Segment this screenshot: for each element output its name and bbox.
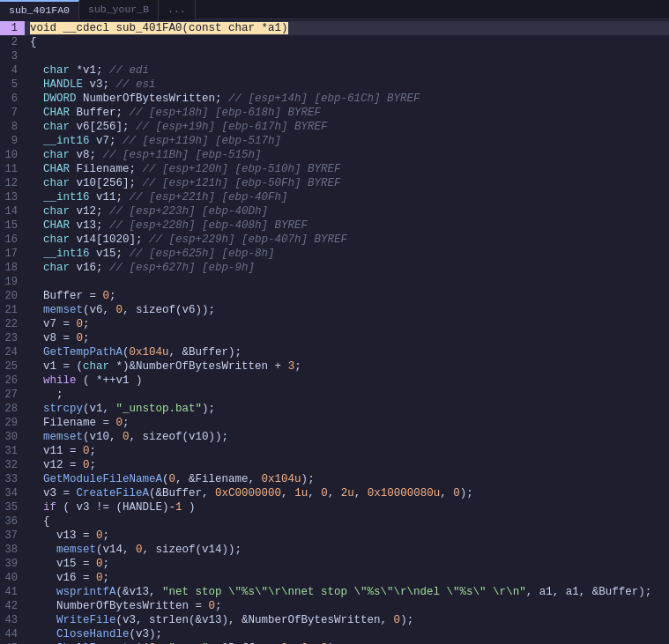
line-36: 36 { [0, 514, 669, 529]
line-number: 4 [0, 63, 25, 78]
code-area: 1void __cdecl sub_401FA0(const char *a1)… [0, 19, 669, 644]
tab-sub-your[interactable]: sub_your_B [79, 0, 159, 19]
line-7: 7 CHAR Buffer; // [esp+18h] [ebp-618h] B… [0, 106, 669, 120]
line-26: 26 while ( *++v1 ) [0, 374, 669, 388]
line-number: 27 [0, 388, 25, 402]
line-13: 13 __int16 v11; // [esp+221h] [ebp-40Fh] [0, 190, 669, 204]
line-21: 21 memset(v6, 0, sizeof(v6)); [0, 303, 669, 317]
line-number: 39 [0, 557, 25, 571]
line-content [25, 49, 669, 63]
line-number: 17 [0, 247, 25, 261]
line-43: 43 WriteFile(v3, strlen(&v13), &NumberOf… [0, 613, 669, 627]
tab-sub401fa0[interactable]: sub_401FA0 [0, 0, 79, 19]
line-23: 23 v8 = 0; [0, 331, 669, 345]
line-number: 29 [0, 416, 25, 430]
line-17: 17 __int16 v15; // [esp+625h] [ebp-8h] [0, 247, 669, 261]
line-content: __int16 v15; // [esp+625h] [ebp-8h] [25, 247, 669, 261]
line-number: 28 [0, 402, 25, 416]
line-19: 19 [0, 275, 669, 289]
line-27: 27 ; [0, 388, 669, 402]
line-33: 33 GetModuleFileNameA(0, &Filename, 0x10… [0, 472, 669, 486]
line-28: 28 strcpy(v1, "_unstop.bat"); [0, 402, 669, 416]
line-37: 37 v13 = 0; [0, 529, 669, 543]
line-1: 1void __cdecl sub_401FA0(const char *a1) [0, 21, 669, 35]
line-content: GetModuleFileNameA(0, &Filename, 0x104u)… [25, 472, 669, 486]
line-content: char v6[256]; // [esp+19h] [ebp-617h] BY… [25, 120, 669, 134]
line-number: 43 [0, 613, 25, 627]
line-number: 8 [0, 120, 25, 134]
line-content: CHAR Filename; // [esp+120h] [ebp-510h] … [25, 162, 669, 176]
line-10: 10 char v8; // [esp+11Bh] [ebp-515h] [0, 148, 669, 162]
line-18: 18 char v16; // [esp+627h] [ebp-9h] [0, 261, 669, 275]
line-42: 42 NumberOfBytesWritten = 0; [0, 599, 669, 613]
line-content: v7 = 0; [25, 317, 669, 331]
line-content: CHAR Buffer; // [esp+18h] [ebp-618h] BYR… [25, 106, 669, 120]
line-5: 5 HANDLE v3; // esi [0, 78, 669, 92]
line-content: v8 = 0; [25, 331, 669, 345]
line-6: 6 DWORD NumberOfBytesWritten; // [esp+14… [0, 92, 669, 106]
line-number: 36 [0, 514, 25, 529]
line-number: 19 [0, 275, 25, 289]
line-number: 40 [0, 571, 25, 585]
line-number: 2 [0, 35, 25, 49]
line-content: { [25, 35, 669, 49]
line-number: 15 [0, 218, 25, 233]
line-number: 9 [0, 134, 25, 148]
line-number: 41 [0, 585, 25, 599]
line-content: GetTempPathA(0x104u, &Buffer); [25, 345, 669, 359]
line-41: 41 wsprintfA(&v13, "net stop \"%s\"\r\nn… [0, 585, 669, 599]
line-3: 3 [0, 49, 669, 63]
line-40: 40 v16 = 0; [0, 571, 669, 585]
line-content [25, 275, 669, 289]
line-content: char v12; // [esp+223h] [ebp-40Dh] [25, 204, 669, 218]
line-number: 13 [0, 190, 25, 204]
line-number: 42 [0, 599, 25, 613]
line-content: Buffer = 0; [25, 289, 669, 303]
line-number: 11 [0, 162, 25, 176]
line-31: 31 v11 = 0; [0, 444, 669, 458]
line-number: 31 [0, 444, 25, 458]
line-24: 24 GetTempPathA(0x104u, &Buffer); [0, 345, 669, 359]
line-25: 25 v1 = (char *)&NumberOfBytesWritten + … [0, 359, 669, 374]
line-number: 22 [0, 317, 25, 331]
tab-ellipsis[interactable]: ... [159, 0, 196, 19]
line-number: 12 [0, 176, 25, 190]
line-number: 23 [0, 331, 25, 345]
line-content: DWORD NumberOfBytesWritten; // [esp+14h]… [25, 92, 669, 106]
code-container: sub_401FA0 sub_your_B ... 1void __cdecl … [0, 0, 669, 644]
line-number: 25 [0, 359, 25, 374]
line-38: 38 memset(v14, 0, sizeof(v14)); [0, 543, 669, 557]
line-16: 16 char v14[1020]; // [esp+229h] [ebp-40… [0, 233, 669, 247]
line-content: char v10[256]; // [esp+121h] [ebp-50Fh] … [25, 176, 669, 190]
line-content: NumberOfBytesWritten = 0; [25, 599, 669, 613]
line-content: wsprintfA(&v13, "net stop \"%s\"\r\nnet … [25, 585, 669, 599]
line-4: 4 char *v1; // edi [0, 63, 669, 78]
line-content: strcpy(v1, "_unstop.bat"); [25, 402, 669, 416]
line-20: 20 Buffer = 0; [0, 289, 669, 303]
line-22: 22 v7 = 0; [0, 317, 669, 331]
line-number: 37 [0, 529, 25, 543]
line-content: memset(v14, 0, sizeof(v14)); [25, 543, 669, 557]
line-12: 12 char v10[256]; // [esp+121h] [ebp-50F… [0, 176, 669, 190]
line-number: 30 [0, 430, 25, 444]
line-content: char v16; // [esp+627h] [ebp-9h] [25, 261, 669, 275]
line-content: v11 = 0; [25, 444, 669, 458]
line-content: CHAR v13; // [esp+228h] [ebp-408h] BYREF [25, 218, 669, 233]
line-content: WriteFile(v3, strlen(&v13), &NumberOfByt… [25, 613, 669, 627]
line-content: Filename = 0; [25, 416, 669, 430]
line-content: __int16 v7; // [esp+119h] [ebp-517h] [25, 134, 669, 148]
line-number: 20 [0, 289, 25, 303]
line-number: 33 [0, 472, 25, 486]
line-content: v1 = (char *)&NumberOfBytesWritten + 3; [25, 359, 669, 374]
line-2: 2{ [0, 35, 669, 49]
line-number: 6 [0, 92, 25, 106]
line-number: 26 [0, 374, 25, 388]
line-9: 9 __int16 v7; // [esp+119h] [ebp-517h] [0, 134, 669, 148]
line-content: v13 = 0; [25, 529, 669, 543]
line-number: 18 [0, 261, 25, 275]
line-content: v3 = CreateFileA(&Buffer, 0xC0000000, 1u… [25, 486, 669, 500]
line-32: 32 v12 = 0; [0, 458, 669, 472]
line-content: char *v1; // edi [25, 63, 669, 78]
line-number: 32 [0, 458, 25, 472]
line-39: 39 v15 = 0; [0, 557, 669, 571]
